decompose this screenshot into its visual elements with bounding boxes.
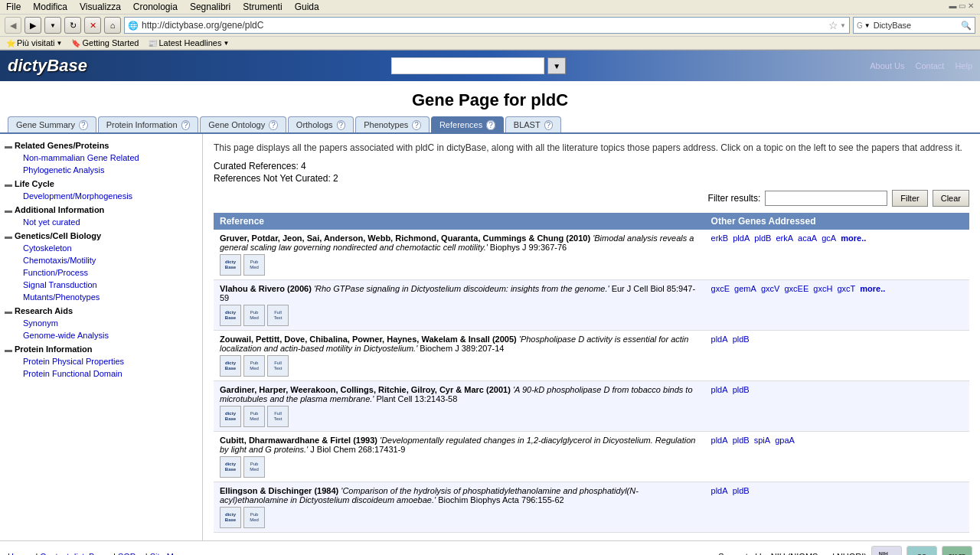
- reload-button[interactable]: ↻: [64, 17, 81, 34]
- sidebar-section-research-aids-header[interactable]: ▬ Research Aids: [0, 305, 202, 317]
- pubmed-icon-3[interactable]: Pub Med: [243, 406, 265, 427]
- tab-phenotypes[interactable]: Phenotypes ?: [355, 116, 430, 132]
- tab-gene-ontology-help[interactable]: ?: [269, 120, 278, 130]
- sidebar-section-additional-info-header[interactable]: ▬ Additional Information: [0, 204, 202, 216]
- latest-headlines[interactable]: 📰 Latest Headlines ▼: [148, 38, 229, 47]
- menu-strumenti[interactable]: Strumenti: [243, 2, 282, 12]
- tab-protein-information[interactable]: Protein Information ?: [98, 116, 199, 132]
- menu-guida[interactable]: Guida: [295, 2, 319, 12]
- tab-references-help[interactable]: ?: [486, 120, 495, 130]
- gene-link-gxcEE-1[interactable]: gxcEE: [784, 284, 808, 293]
- gene-link-pldB-3[interactable]: pldB: [733, 385, 750, 394]
- header-search-button[interactable]: ▼: [547, 57, 566, 74]
- help-link[interactable]: Help: [955, 61, 972, 70]
- sidebar-item-cytoskeleton[interactable]: Cytoskeleton: [0, 242, 202, 254]
- menu-file[interactable]: File: [6, 2, 21, 12]
- footer-home[interactable]: Home: [8, 552, 30, 555]
- sidebar-item-protein-physical[interactable]: Protein Physical Properties: [0, 355, 202, 367]
- tab-orthologs[interactable]: Orthologs ?: [288, 116, 354, 132]
- gene-link-pldA-0[interactable]: pldA: [733, 233, 750, 243]
- sidebar-item-synonym[interactable]: Synonym: [0, 317, 202, 329]
- tab-gene-ontology[interactable]: Gene Ontology ?: [200, 116, 286, 132]
- search-bar[interactable]: G ▼ DictyBase 🔍: [853, 17, 975, 34]
- dictybase-icon-2[interactable]: dicty Base: [220, 355, 241, 377]
- gene-link-gxcV-1[interactable]: gxcV: [761, 284, 779, 293]
- sidebar-section-related-genes-header[interactable]: ▬ Related Genes/Proteins: [0, 139, 202, 152]
- sidebar-item-not-curated[interactable]: Not yet curated: [0, 216, 202, 228]
- filter-button[interactable]: Filter: [892, 190, 927, 207]
- pubmed-icon-4[interactable]: Pub Med: [243, 456, 265, 478]
- search-text[interactable]: DictyBase: [874, 21, 961, 30]
- tab-blast-help[interactable]: ?: [544, 120, 554, 130]
- gene-link-pldB-2[interactable]: pldB: [733, 335, 750, 344]
- url-dropdown[interactable]: ▼: [840, 22, 846, 29]
- sidebar-item-genome-wide[interactable]: Genome-wide Analysis: [0, 329, 202, 341]
- pubmed-icon-2[interactable]: Pub Med: [243, 355, 265, 377]
- gene-link-gpaA-4[interactable]: gpaA: [775, 436, 795, 445]
- tab-blast[interactable]: BLAST ?: [505, 116, 561, 132]
- sidebar-section-genetics-header[interactable]: ▬ Genetics/Cell Biology: [0, 230, 202, 242]
- sidebar-item-mutants[interactable]: Mutants/Phenotypes: [0, 291, 202, 303]
- stop-button[interactable]: ✕: [84, 17, 101, 34]
- back-button[interactable]: ◀: [5, 17, 21, 34]
- tab-phenotypes-help[interactable]: ?: [412, 120, 421, 130]
- sidebar-item-phylogenetic[interactable]: Phylogenetic Analysis: [0, 164, 202, 176]
- sidebar-item-non-mammalian[interactable]: Non-mammalian Gene Related: [0, 152, 202, 164]
- sidebar-item-chemotaxis[interactable]: Chemotaxis/Motility: [0, 254, 202, 266]
- home-button[interactable]: ⌂: [104, 17, 121, 34]
- fulltext-icon-2[interactable]: Full Text: [267, 355, 289, 377]
- dictybase-icon-1[interactable]: dicty Base: [220, 305, 241, 326]
- gene-link-gcA-0[interactable]: gcA: [822, 233, 836, 243]
- gene-link-erkA-0[interactable]: erkA: [776, 233, 793, 243]
- sidebar-item-function[interactable]: Function/Process: [0, 266, 202, 279]
- gene-link-erkB-0[interactable]: erkB: [711, 233, 729, 243]
- sidebar-section-protein-info-header[interactable]: ▬ Protein Information: [0, 343, 202, 355]
- sidebar-item-development[interactable]: Development/Morphogenesis: [0, 190, 202, 202]
- menu-visualizza[interactable]: Visualizza: [80, 2, 121, 12]
- bookmark-star[interactable]: ☆: [828, 19, 838, 31]
- clear-button[interactable]: Clear: [933, 190, 969, 207]
- dictybase-icon-5[interactable]: dicty Base: [220, 507, 241, 528]
- footer-sops[interactable]: SOPs: [118, 552, 140, 555]
- history-dropdown[interactable]: ▼: [44, 17, 61, 34]
- site-logo[interactable]: dictyBase: [8, 56, 87, 76]
- pubmed-icon-5[interactable]: Pub Med: [243, 507, 265, 528]
- about-us-link[interactable]: About Us: [870, 61, 904, 70]
- tab-gene-summary[interactable]: Gene Summary ?: [8, 116, 96, 132]
- tab-references[interactable]: References ?: [431, 116, 504, 132]
- gene-link-gxcT-1[interactable]: gxcT: [837, 284, 855, 293]
- dictybase-icon-4[interactable]: dicty Base: [220, 456, 241, 478]
- gene-link-gxcH-1[interactable]: gxcH: [813, 284, 832, 293]
- getting-started[interactable]: 🔖 Getting Started: [71, 38, 139, 47]
- menu-modifica[interactable]: Modifica: [33, 2, 67, 12]
- more-link-1[interactable]: more..: [860, 284, 885, 293]
- tab-orthologs-help[interactable]: ?: [337, 120, 346, 130]
- search-icon[interactable]: 🔍: [961, 21, 972, 31]
- most-visited-arrow[interactable]: ▼: [57, 40, 63, 47]
- address-bar[interactable]: 🌐 http://dictybase.org/gene/pldC ☆ ▼: [124, 17, 850, 34]
- fulltext-icon-3[interactable]: Full Text: [267, 406, 289, 427]
- contact-link[interactable]: Contact: [915, 61, 944, 70]
- pubmed-icon-0[interactable]: Pub Med: [243, 254, 265, 276]
- headlines-arrow[interactable]: ▼: [223, 40, 229, 47]
- gene-link-gemA-1[interactable]: gemA: [734, 284, 756, 293]
- filter-input[interactable]: [765, 191, 887, 206]
- gene-link-acaA-0[interactable]: acaA: [798, 233, 817, 243]
- sidebar-item-signal-transduction[interactable]: Signal Transduction: [0, 279, 202, 291]
- dictybase-icon-0[interactable]: dicty Base: [220, 254, 241, 276]
- menu-segnalibri[interactable]: Segnalibri: [190, 2, 230, 12]
- fulltext-icon-1[interactable]: Full Text: [267, 305, 289, 326]
- more-link-0[interactable]: more..: [841, 233, 866, 243]
- gene-link-spiA-4[interactable]: spiA: [754, 436, 770, 445]
- header-search-input[interactable]: [391, 57, 544, 74]
- tab-gene-summary-help[interactable]: ?: [79, 120, 88, 130]
- pubmed-icon-1[interactable]: Pub Med: [243, 305, 265, 326]
- most-visited[interactable]: ⭐ Più visitati ▼: [6, 38, 62, 47]
- tab-protein-information-help[interactable]: ?: [181, 120, 191, 130]
- menu-cronologia[interactable]: Cronologia: [133, 2, 178, 12]
- sidebar-item-protein-functional[interactable]: Protein Functional Domain: [0, 367, 202, 380]
- gene-link-pldA-4[interactable]: pldA: [711, 436, 728, 445]
- gene-link-pldB-4[interactable]: pldB: [733, 436, 750, 445]
- sidebar-section-life-cycle-header[interactable]: ▬ Life Cycle: [0, 178, 202, 190]
- footer-sitemap[interactable]: Site Map: [150, 552, 183, 555]
